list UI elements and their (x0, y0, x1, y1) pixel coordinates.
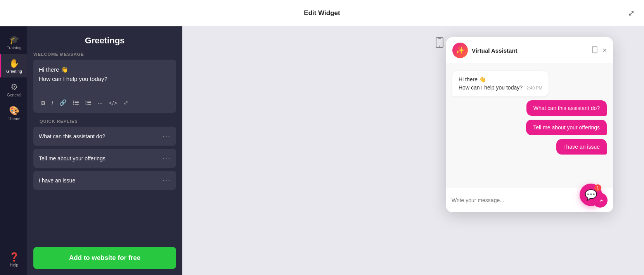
panel: Greetings WELCOME MESSAGE Hi there 👋 How… (27, 26, 182, 275)
bot-message-text: Hi there 👋How can I help you today? 2:40… (459, 76, 542, 92)
chat-preview: ✨ Virtual Assistant × (446, 37, 613, 217)
quick-reply-text-3: I have an issue (39, 177, 75, 184)
more-button[interactable]: ··· (95, 98, 105, 107)
center-area: ✨ Virtual Assistant × (182, 26, 644, 275)
help-icon: ❓ (9, 253, 19, 261)
svg-rect-11 (87, 104, 91, 105)
user-message-1: What can this assistant do? (526, 100, 607, 116)
quick-reply-text-1: What can this assistant do? (39, 133, 105, 139)
chat-close-button[interactable]: × (602, 46, 607, 55)
quick-replies-section: QUICK REPLIES What can this assistant do… (27, 119, 182, 190)
main-layout: 🎓 Training ✋ Greeting ⚙ General 🎨 Theme … (0, 26, 644, 275)
sidebar-item-general[interactable]: ⚙ General (0, 77, 27, 101)
icon-sidebar: 🎓 Training ✋ Greeting ⚙ General 🎨 Theme … (0, 26, 27, 275)
sidebar-item-greeting[interactable]: ✋ Greeting (0, 54, 27, 77)
svg-point-4 (73, 104, 74, 105)
sidebar-item-training[interactable]: 🎓 Training (0, 30, 27, 54)
numbered-list-button[interactable]: 1.2.3. (83, 98, 94, 107)
chat-bubble-icon: 💬 (585, 189, 597, 201)
quick-reply-item-3[interactable]: I have an issue ··· (33, 171, 176, 190)
code-button[interactable]: </> (107, 98, 120, 107)
svg-text:3.: 3. (85, 103, 87, 105)
svg-point-2 (73, 102, 74, 103)
message-time: 2:40 PM (526, 86, 542, 90)
add-website-button[interactable]: Add to website for free (33, 247, 176, 269)
sidebar-item-theme[interactable]: 🎨 Theme (0, 101, 27, 125)
general-icon: ⚙ (10, 83, 18, 91)
floating-badge: 1 (594, 184, 601, 191)
chat-header-right: × (591, 46, 607, 55)
top-bar: Edit Widget ⤢ (0, 0, 644, 26)
panel-scroll: WELCOME MESSAGE Hi there 👋 How can I hel… (27, 52, 182, 241)
editor-toolbar: B I 🔗 1.2.3. ··· </> ⤢ (39, 94, 171, 107)
svg-rect-15 (593, 46, 597, 53)
chat-avatar: ✨ (452, 43, 468, 58)
svg-point-0 (73, 101, 74, 102)
sidebar-label-training: Training (7, 46, 21, 50)
chat-header: ✨ Virtual Assistant × (446, 37, 613, 64)
mobile-icon[interactable] (435, 37, 444, 50)
link-button[interactable]: 🔗 (57, 98, 69, 107)
sidebar-label-help: Help (10, 263, 19, 267)
chat-message-input[interactable] (452, 197, 589, 203)
quick-reply-item-2[interactable]: Tell me about your offerings ··· (33, 149, 176, 168)
panel-header: Greetings (27, 26, 182, 52)
sidebar-label-general: General (7, 93, 22, 97)
expand-editor-button[interactable]: ⤢ (121, 98, 131, 107)
svg-rect-5 (75, 104, 79, 105)
quick-reply-menu-3[interactable]: ··· (163, 176, 171, 184)
chat-title: Virtual Assistant (472, 47, 518, 54)
floating-chat-button[interactable]: 💬 1 (580, 184, 602, 206)
bot-message-bubble: Hi there 👋How can I help you today? 2:40… (452, 71, 549, 96)
user-message-3: I have an issue (556, 139, 607, 155)
quick-reply-menu-1[interactable]: ··· (163, 132, 171, 140)
quick-reply-text-2: Tell me about your offerings (39, 155, 106, 162)
quick-reply-item[interactable]: What can this assistant do? ··· (33, 127, 176, 146)
bullet-list-button[interactable] (71, 98, 81, 107)
welcome-message-text[interactable]: Hi there 👋 How can I help you today? (39, 65, 171, 88)
svg-point-13 (439, 46, 440, 47)
sidebar-label-theme: Theme (8, 117, 21, 121)
sidebar-item-help[interactable]: ❓ Help (0, 248, 27, 271)
bold-button[interactable]: B (39, 98, 48, 107)
chat-messages: Hi there 👋How can I help you today? 2:40… (446, 64, 613, 188)
svg-rect-1 (75, 101, 79, 101)
italic-button[interactable]: I (49, 98, 55, 107)
chat-header-left: ✨ Virtual Assistant (452, 43, 518, 58)
message-editor[interactable]: Hi there 👋 How can I help you today? B I… (33, 60, 176, 113)
training-icon: 🎓 (9, 36, 19, 44)
star-icon: ✨ (456, 46, 464, 55)
svg-rect-3 (75, 102, 79, 103)
user-message-2: Tell me about your offerings (526, 120, 607, 135)
svg-rect-9 (87, 102, 91, 103)
expand-icon[interactable]: ⤢ (628, 9, 635, 18)
greeting-icon: ✋ (9, 59, 19, 68)
page-title: Edit Widget (304, 9, 340, 17)
phone-icon[interactable] (591, 46, 599, 55)
welcome-message-label: WELCOME MESSAGE (27, 52, 182, 60)
quick-reply-menu-2[interactable]: ··· (163, 154, 171, 162)
svg-rect-7 (87, 101, 91, 101)
quick-replies-label: QUICK REPLIES (33, 119, 176, 127)
sidebar-label-greeting: Greeting (6, 69, 22, 74)
theme-icon: 🎨 (9, 107, 19, 115)
